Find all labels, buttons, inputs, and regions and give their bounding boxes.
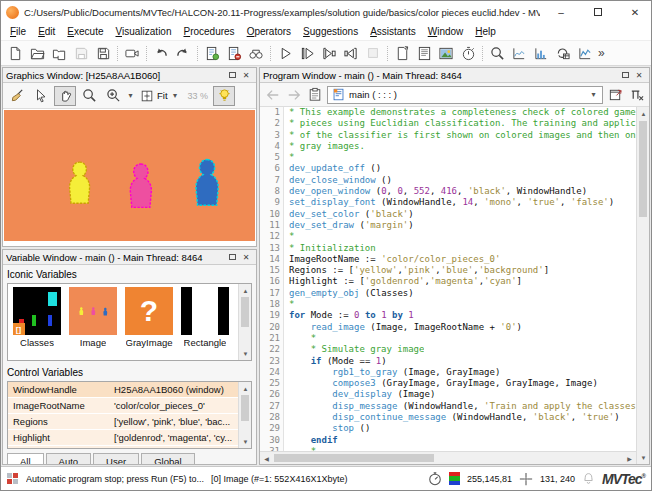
menu-operators[interactable]: Operators (241, 25, 297, 38)
code-lines[interactable]: 1* This example demonstrates a completen… (260, 107, 636, 451)
zoom-dropdown-arrow[interactable]: ▾ (126, 91, 135, 100)
close-panel-button[interactable]: ✕ (239, 69, 253, 81)
save-as-button[interactable] (92, 42, 114, 64)
classes-thumbnail[interactable]: [] (13, 287, 61, 335)
iconic-scrollbar[interactable]: ▲ ▼ (238, 284, 251, 360)
code-text[interactable]: * (284, 299, 294, 310)
grayimage-thumbnail[interactable]: ? (125, 287, 173, 335)
code-text[interactable]: read_image (Image, ImageRootName + '0') (284, 322, 522, 333)
scroll-down-arrow[interactable]: ▼ (239, 347, 252, 360)
code-line[interactable]: 14ImageRootName := 'color/color_pieces_0… (260, 254, 636, 265)
move-tool-button[interactable] (54, 86, 76, 106)
code-line[interactable]: 9set_display_font (WindowHandle, 14, 'mo… (260, 197, 636, 208)
timer-icon[interactable] (428, 472, 442, 486)
code-line[interactable]: 6dev_update_off () (260, 163, 636, 174)
vertical-scrollbar[interactable]: ▲ ▼ (636, 107, 649, 464)
navigate-forward-button[interactable] (285, 86, 303, 104)
line-number[interactable]: 20 (260, 322, 284, 333)
close-panel-button[interactable]: ✕ (632, 69, 646, 81)
fit-combo[interactable]: Fit ▾ (137, 86, 183, 106)
code-line[interactable]: 16Highlight := ['goldenrod','magenta','c… (260, 276, 636, 287)
edit-interface-button[interactable] (627, 86, 645, 104)
clear-window-button[interactable] (6, 86, 28, 106)
code-line[interactable]: 29 stop () (260, 423, 636, 434)
line-number[interactable]: 6 (260, 163, 284, 174)
control-scrollbar[interactable]: ▲ ▼ (238, 382, 251, 448)
float-panel-button[interactable] (225, 69, 239, 81)
line-number[interactable]: 9 (260, 197, 284, 208)
tab-global[interactable]: Global (141, 453, 194, 464)
scroll-up-arrow[interactable]: ▲ (637, 107, 650, 120)
line-number[interactable]: 28 (260, 412, 284, 423)
code-text[interactable]: dev_set_draw ('margin') (284, 220, 414, 231)
line-number[interactable]: 11 (260, 220, 284, 231)
table-row[interactable]: WindowHandle H25A8AA1B060 (window) (8, 382, 251, 398)
code-line[interactable]: 27 disp_message (WindowHandle, 'Train an… (260, 401, 636, 412)
code-line[interactable]: 15Regions := ['yellow','pink','blue','ba… (260, 265, 636, 276)
table-row[interactable]: Highlight ['goldenrod', 'magenta', 'cy..… (8, 430, 251, 446)
code-text[interactable]: stop () (284, 423, 370, 434)
line-number[interactable]: 12 (260, 231, 284, 242)
code-line[interactable]: 24 rgb1_to_gray (Image, GrayImage) (260, 367, 636, 378)
tab-auto[interactable]: Auto (46, 453, 92, 464)
scroll-down-arrow[interactable]: ▼ (637, 451, 650, 464)
code-text[interactable]: gen_empty_obj (Classes) (284, 288, 414, 299)
code-text[interactable]: Highlight := ['goldenrod','magenta','cya… (284, 276, 522, 287)
line-number[interactable]: 25 (260, 378, 284, 389)
tab-all[interactable]: All (7, 453, 44, 464)
pointer-tool-button[interactable] (30, 86, 52, 106)
code-text[interactable]: disp_continue_message (WindowHandle, 'bl… (284, 412, 620, 423)
close-panel-button[interactable]: ✕ (239, 251, 253, 263)
code-line[interactable]: 12* (260, 231, 636, 242)
procedure-combo[interactable]: main ( : : : ) ▾ (327, 86, 603, 104)
code-line[interactable]: 26 dev_display (Image) (260, 389, 636, 400)
line-number[interactable]: 4 (260, 141, 284, 152)
code-text[interactable]: * This example demonstrates a completene… (284, 107, 636, 118)
code-line[interactable]: 3* of the classifier is first shown on c… (260, 130, 636, 141)
scroll-thumb[interactable] (241, 297, 249, 327)
redo-button[interactable] (172, 42, 194, 64)
open-procedure-button[interactable] (606, 86, 624, 104)
code-text[interactable]: ImageRootName := 'color/color_pieces_0' (284, 254, 500, 265)
show-full-image-button[interactable] (213, 86, 235, 106)
code-line[interactable]: 2* pieces using Euclidian classification… (260, 118, 636, 129)
maximize-button[interactable] (582, 1, 614, 23)
program-window-header[interactable]: Program Window - main () - Main Thread: … (260, 68, 649, 83)
code-text[interactable]: * Initialization (284, 243, 376, 254)
line-number[interactable]: 16 (260, 276, 284, 287)
procedure-combo-arrow[interactable]: ▾ (589, 90, 598, 99)
edit-program-button[interactable] (413, 42, 435, 64)
minimize-button[interactable]: – (545, 1, 577, 23)
scroll-thumb[interactable] (639, 121, 647, 217)
zoom-tool-button[interactable] (78, 86, 100, 106)
code-text[interactable]: dev_set_color ('black') (284, 209, 414, 220)
variable-window-header[interactable]: Variable Window - main () - Main Thread:… (3, 250, 256, 265)
fit-dropdown-arrow[interactable]: ▾ (171, 91, 180, 100)
scroll-up-arrow[interactable]: ▲ (239, 284, 252, 297)
step-out-button[interactable] (340, 42, 362, 64)
open-program-button[interactable] (26, 42, 48, 64)
bell-icon[interactable] (582, 472, 595, 485)
run-button[interactable] (274, 42, 296, 64)
menu-procedures[interactable]: Procedures (177, 25, 240, 38)
code-text[interactable]: endif (284, 435, 338, 446)
line-number[interactable]: 15 (260, 265, 284, 276)
iconic-variable-rectangle[interactable]: Rectangle (179, 287, 231, 357)
line-number[interactable]: 10 (260, 209, 284, 220)
code-text[interactable]: * (284, 152, 294, 163)
line-number[interactable]: 5 (260, 152, 284, 163)
deactivate-lines-button[interactable] (223, 42, 245, 64)
line-number[interactable]: 8 (260, 186, 284, 197)
code-text[interactable]: compose3 (GrayImage, GrayImage, GrayImag… (284, 378, 598, 389)
line-number[interactable]: 23 (260, 356, 284, 367)
line-number[interactable]: 30 (260, 435, 284, 446)
code-line[interactable]: 1* This example demonstrates a completen… (260, 107, 636, 118)
scroll-thumb[interactable] (274, 454, 434, 462)
code-line[interactable]: 7dev_close_window () (260, 175, 636, 186)
scroll-down-arrow[interactable]: ▼ (239, 435, 252, 448)
code-line[interactable]: 30 endif (260, 435, 636, 446)
table-row[interactable]: Regions ['yellow', 'pink', 'blue', 'bac.… (8, 414, 251, 430)
menu-file[interactable]: File (4, 25, 32, 38)
code-text[interactable]: dev_close_window () (284, 175, 392, 186)
code-line[interactable]: 21 * (260, 333, 636, 344)
